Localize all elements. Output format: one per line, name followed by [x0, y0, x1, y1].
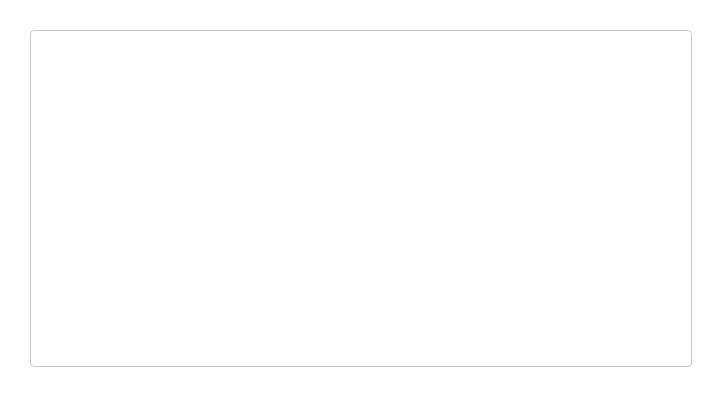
molecule-editor-app: { "top_toolbar": { "zoom_value": "100%",… [0, 0, 720, 400]
canvas[interactable] [30, 30, 692, 367]
